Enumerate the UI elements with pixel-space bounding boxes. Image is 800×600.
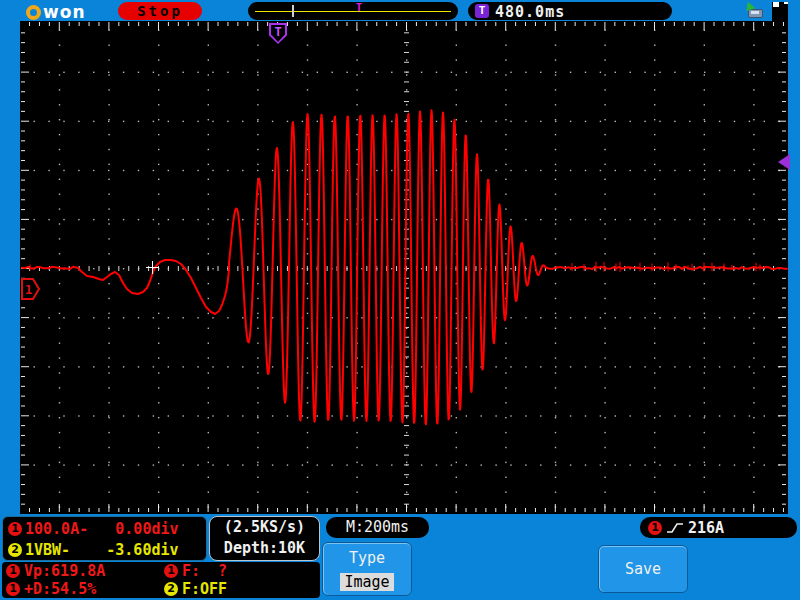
memory-depth: Depth:10K — [210, 538, 319, 559]
measurement-value: +D:54.5% — [24, 580, 96, 598]
trigger-time-icon: T — [475, 4, 489, 18]
channel1-marker[interactable]: 1 — [21, 278, 40, 300]
timebase-pill: M:200ms — [326, 517, 429, 538]
memory-position-indicator[interactable]: T — [248, 2, 458, 20]
measurement-freq-ch1: 1 F: ? — [164, 562, 318, 580]
logo-ring-icon — [26, 5, 41, 20]
channel1-badge: 1 — [8, 522, 22, 536]
channel2-status-row: 2 1VBW- -3.60div — [8, 539, 206, 560]
trigger-time-value: 480.0ms — [495, 3, 565, 21]
measurements-box: 1 Vp:619.8A 1 F: ? 1 +D:54.5% 2 F:OFF — [2, 562, 320, 598]
trigger-level-arrow[interactable] — [778, 154, 790, 170]
type-button-label: Type — [323, 549, 411, 567]
channel1-scale-position: 100.0A- 0.00div — [25, 520, 179, 538]
measurement-badge: 1 — [6, 564, 20, 578]
measurement-badge: 2 — [164, 582, 178, 596]
rising-edge-icon — [666, 521, 684, 535]
measurement-badge: 1 — [164, 564, 178, 578]
channel-info-box: 1 100.0A- 0.00div 2 1VBW- -3.60div — [2, 516, 207, 561]
measurement-badge: 1 — [6, 582, 20, 596]
scope-display: T 1 — [20, 21, 788, 514]
usb-save-icon — [744, 4, 764, 19]
type-button[interactable]: Type Image — [322, 542, 412, 596]
save-button[interactable]: Save — [598, 545, 688, 593]
measurement-freq-ch2: 2 F:OFF — [164, 580, 318, 598]
measurement-value: F: ? — [182, 562, 227, 580]
measurement-value: F:OFF — [182, 580, 227, 598]
memory-trigger-marker: T — [356, 2, 362, 13]
measurement-duty: 1 +D:54.5% — [6, 580, 164, 598]
channel2-scale-position: 1VBW- -3.60div — [25, 541, 179, 559]
trigger-source-badge: 1 — [648, 521, 662, 535]
sample-rate: (2.5KS/s) — [210, 517, 319, 538]
measurement-value: Vp:619.8A — [24, 562, 105, 580]
measurement-vp: 1 Vp:619.8A — [6, 562, 164, 580]
owon-logo: won — [26, 2, 86, 22]
trigger-time-pill: T 480.0ms — [468, 2, 672, 20]
waveform-grid-canvas — [20, 21, 788, 514]
channel2-badge: 2 — [8, 543, 22, 557]
window-position-tick — [292, 5, 294, 17]
memory-position-line — [255, 11, 451, 12]
type-button-value: Image — [340, 573, 393, 591]
trigger-status-pill: 1 216A — [640, 517, 797, 538]
channel1-status-row: 1 100.0A- 0.00div — [8, 518, 206, 539]
logo-text: won — [43, 2, 86, 22]
trigger-point-cross — [146, 261, 159, 274]
top-bar: won Stop T T 480.0ms — [0, 0, 800, 22]
trigger-level-value: 216A — [688, 519, 724, 537]
battery-icon — [772, 2, 788, 21]
acquisition-info-box: (2.5KS/s) Depth:10K — [209, 516, 320, 561]
run-state-badge: Stop — [118, 2, 202, 20]
channel1-marker-label: 1 — [25, 282, 33, 297]
